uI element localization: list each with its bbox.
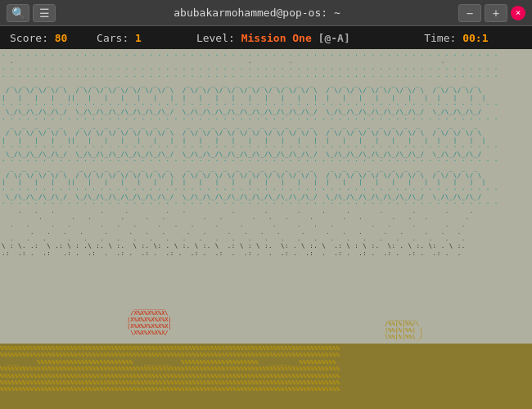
cars-value: 1 <box>135 32 142 44</box>
level-code: [@-A] <box>318 32 350 44</box>
window-title: abubakarmohammed@pop-os: ~ <box>56 7 458 19</box>
maximize-button[interactable]: + <box>485 4 507 22</box>
player-car: _________ /X%X%X%X%X\ |X%X%X%X%X%X| |X%X… <box>127 290 201 345</box>
titlebar: 🔍 ☰ abubakarmohammed@pop-os: ~ − + × <box>0 0 532 26</box>
titlebar-icons-left: 🔍 ☰ <box>7 4 56 22</box>
ground-pattern: %%%%%%%%%%%%%%%%%%%%%%%%%%%%%%%%%%%%%%%%… <box>0 344 532 395</box>
game-area[interactable]: · · · · · · · · · · · · · · · · · · · · … <box>0 49 532 409</box>
menu-button[interactable]: ☰ <box>33 4 56 22</box>
time-value: 00:1 <box>462 32 488 44</box>
score-label: Score: <box>10 32 48 44</box>
search-button[interactable]: 🔍 <box>7 4 29 22</box>
road-background: · · · · · · · · · · · · · · · · · · · · … <box>0 49 532 360</box>
ground-area: %%%%%%%%%%%%%%%%%%%%%%%%%%%%%%%%%%%%%%%%… <box>0 344 532 409</box>
cars-label: Cars: <box>97 32 128 44</box>
status-bar: Score: 80 Cars: 1 Level: Mission One [@-… <box>0 26 532 49</box>
time-label: Time: <box>424 32 456 44</box>
level-label: Level: <box>196 32 235 44</box>
score-value: 80 <box>55 32 68 44</box>
level-value: Mission One <box>241 32 312 44</box>
close-button[interactable]: × <box>511 6 525 20</box>
minimize-button[interactable]: − <box>458 4 481 22</box>
enemy-car: ________ /%%[%]%%/\ |%%[%]%%| | \%%[%]%%… <box>385 300 442 345</box>
window-controls: − + × <box>458 4 525 22</box>
